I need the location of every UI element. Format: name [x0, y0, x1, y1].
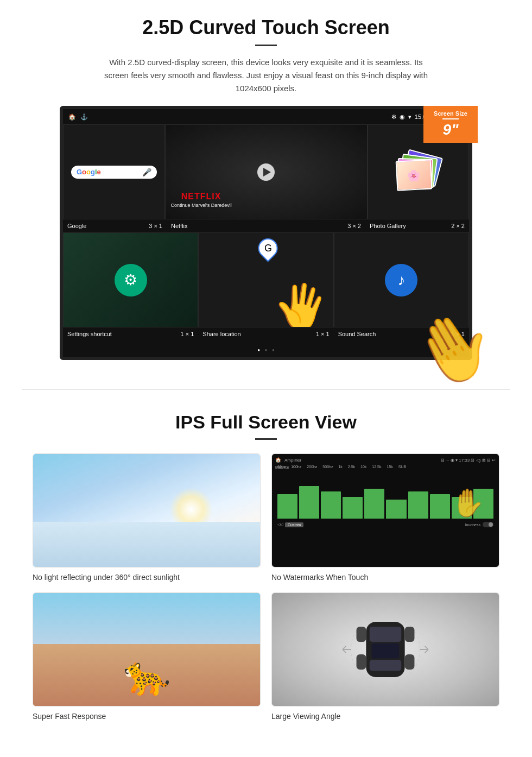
gallery-label-item: Photo Gallery 2 × 2: [365, 222, 469, 230]
viewing-caption: Large Viewing Angle: [271, 712, 499, 721]
svg-rect-2: [370, 627, 402, 642]
netflix-app-cell[interactable]: NETFLIX Continue Marvel's Daredevil: [165, 124, 368, 219]
google-label-item: Google 3 × 1: [63, 222, 167, 230]
bluetooth-icon: ✻: [391, 113, 396, 121]
gallery-label: Photo Gallery: [370, 223, 406, 229]
app-top-row: Google 🎤 NETFLIX Continue Ma: [63, 124, 469, 219]
sunlight-caption: No light reflecting under 360° direct su…: [33, 573, 261, 582]
netflix-overlay: NETFLIX Continue Marvel's Daredevil: [171, 192, 232, 208]
netflix-logo: NETFLIX: [171, 192, 232, 201]
sunlight-image: [33, 453, 261, 567]
page: 2.5D Curved Touch Screen With 2.5D curve…: [0, 0, 532, 737]
amp-footer: ◁◁ Custom loudness: [275, 520, 496, 529]
section1-description: With 2.5D curved-display screen, this de…: [98, 56, 434, 95]
svg-rect-8: [372, 644, 400, 659]
amp-hand-overlay: ✋: [451, 487, 485, 519]
netflix-sub: Continue Marvel's Daredevil: [171, 203, 232, 208]
amplifier-image: 🏠 Amplifier ⊟ ··· ◉ ▾ 17:33 ⊡ ◁) ⊠ ⊟ ↩ 6…: [271, 453, 499, 567]
cheetah-emoji: 🐆: [123, 653, 170, 698]
google-app-cell[interactable]: Google 🎤: [63, 124, 165, 219]
car-svg: [337, 611, 434, 687]
badge-size: 9": [431, 121, 470, 138]
img-item-fast: 🐆 Super Fast Response: [33, 592, 261, 721]
badge-label: Screen Size: [431, 110, 470, 117]
label-row-1: Google 3 × 1 Netflix 3 × 2 Photo Gallery…: [63, 219, 469, 232]
music-note-icon: ♪: [397, 272, 405, 289]
svg-rect-6: [357, 654, 366, 670]
mic-icon[interactable]: 🎤: [142, 168, 151, 176]
google-grid: 3 × 1: [149, 223, 162, 229]
car-top-image: [271, 592, 499, 706]
section-ips: IPS Full Screen View No light reflecting…: [0, 406, 532, 737]
section2-underline: [255, 438, 277, 440]
netflix-label: Netflix: [171, 223, 188, 229]
netflix-label-item: Netflix 3 × 2: [167, 222, 365, 230]
google-label: Google: [67, 223, 86, 229]
car-top-visual: [272, 593, 499, 706]
device-mockup: 🏠 ⚓ ✻ ◉ ▾ 15:06 ⊡ ◁) ⊠ ⊟: [60, 106, 472, 360]
amp-header: 🏠 Amplifier ⊟ ··· ◉ ▾ 17:33 ⊡ ◁) ⊠ ⊟ ↩: [275, 457, 496, 463]
status-left: 🏠 ⚓: [68, 113, 88, 121]
status-bar: 🏠 ⚓ ✻ ◉ ▾ 15:06 ⊡ ◁) ⊠ ⊟: [63, 109, 469, 124]
photo-4: 🌸: [396, 159, 433, 191]
wifi-icon: ▾: [408, 113, 411, 121]
play-button[interactable]: [257, 163, 275, 181]
section-touch-screen: 2.5D Curved Touch Screen With 2.5D curve…: [0, 0, 532, 373]
screen-size-badge: Screen Size 9": [423, 106, 478, 143]
section1-underline: [255, 45, 277, 46]
home-icon[interactable]: 🏠: [68, 113, 76, 121]
image-grid: No light reflecting under 360° direct su…: [33, 453, 499, 721]
gear-icon: ⚙: [124, 271, 137, 289]
app-bottom-row: ⚙ G 🖐 ♪: [63, 232, 469, 327]
flower-icon: 🌸: [407, 168, 421, 181]
section2-title: IPS Full Screen View: [33, 412, 499, 433]
img-item-sunlight: No light reflecting under 360° direct su…: [33, 453, 261, 582]
img-item-viewing: Large Viewing Angle: [271, 592, 499, 721]
badge-underline: [442, 118, 459, 119]
settings-grid: 1 × 1: [181, 331, 194, 337]
google-logo: Google: [77, 168, 101, 176]
netflix-grid: 3 × 2: [347, 223, 361, 229]
fast-caption: Super Fast Response: [33, 712, 261, 721]
device-screen: 🏠 ⚓ ✻ ◉ ▾ 15:06 ⊡ ◁) ⊠ ⊟: [60, 106, 472, 360]
cheetah-visual: 🐆: [33, 593, 260, 706]
settings-label-item: Settings shortcut 1 × 1: [63, 330, 198, 338]
settings-gear-circle: ⚙: [115, 264, 147, 297]
svg-rect-3: [370, 660, 402, 671]
svg-rect-4: [357, 627, 366, 642]
share-grid: 1 × 1: [316, 331, 330, 337]
amp-screen-visual: 🏠 Amplifier ⊟ ··· ◉ ▾ 17:33 ⊡ ◁) ⊠ ⊟ ↩ 6…: [272, 454, 499, 567]
sound-label: Sound Search: [338, 331, 376, 337]
section1-title: 2.5D Curved Touch Screen: [33, 16, 499, 39]
watermarks-caption: No Watermarks When Touch: [271, 573, 499, 582]
hand-icon: 🖐: [269, 277, 332, 327]
sky-visual: [33, 454, 260, 567]
settings-app-cell[interactable]: ⚙: [63, 232, 198, 327]
amp-freq-labels: 60hz100hz200hz500hz1k2.5k10k12.5k15kSUB: [275, 465, 496, 469]
play-triangle: [263, 168, 271, 176]
share-location-cell[interactable]: G 🖐: [198, 232, 333, 327]
share-label: Share location: [202, 331, 240, 337]
location-icon: ◉: [400, 113, 405, 121]
music-note-circle: ♪: [385, 264, 417, 297]
svg-rect-5: [405, 627, 415, 642]
usb-icon: ⚓: [80, 113, 88, 121]
svg-rect-7: [405, 654, 415, 670]
google-search-bar[interactable]: Google 🎤: [71, 166, 157, 179]
photo-stack: 🌸: [396, 150, 440, 194]
gallery-grid: 2 × 2: [451, 223, 465, 229]
share-label-item: Share location 1 × 1: [198, 330, 333, 338]
cheetah-image: 🐆: [33, 592, 261, 706]
settings-label: Settings shortcut: [67, 331, 112, 337]
img-item-watermarks: 🏠 Amplifier ⊟ ··· ◉ ▾ 17:33 ⊡ ◁) ⊠ ⊟ ↩ 6…: [271, 453, 499, 582]
